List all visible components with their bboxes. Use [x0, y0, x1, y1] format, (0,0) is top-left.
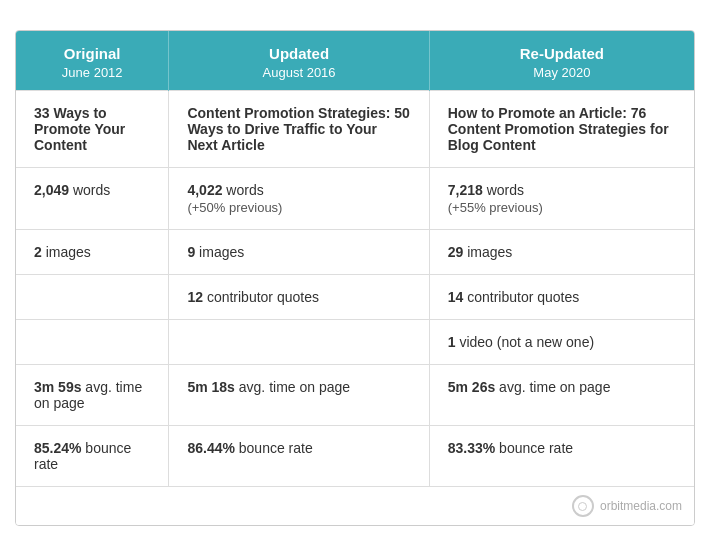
cell-bold: 29	[448, 244, 464, 260]
cell-bold: 3m 59s	[34, 379, 81, 395]
footer: orbitmedia.com	[16, 486, 694, 525]
cell-bold: 83.33%	[448, 440, 495, 456]
col-original-header: Original June 2012	[16, 31, 169, 91]
cell-bold: 85.24%	[34, 440, 81, 456]
orbit-brand: orbitmedia.com	[600, 499, 682, 513]
cell-row1-col3: 7,218 words(+55% previous)	[429, 168, 694, 230]
cell-subtext: (+50% previous)	[187, 200, 410, 215]
cell-bold: 12	[187, 289, 203, 305]
cell-bold: Content Promotion Strategies: 50 Ways to…	[187, 105, 409, 153]
cell-row5-col3: 5m 26s avg. time on page	[429, 365, 694, 426]
cell-row4-col1	[16, 320, 169, 365]
cell-row0-col1: 33 Ways to Promote Your Content	[16, 91, 169, 168]
cell-row3-col2: 12 contributor quotes	[169, 275, 429, 320]
cell-bold: 2	[34, 244, 42, 260]
cell-row3-col1	[16, 275, 169, 320]
cell-row4-col3: 1 video (not a new one)	[429, 320, 694, 365]
cell-row0-col3: How to Promote an Article: 76 Content Pr…	[429, 91, 694, 168]
col-original-label: Original	[64, 45, 121, 62]
cell-row2-col1: 2 images	[16, 230, 169, 275]
table-row: 85.24% bounce rate86.44% bounce rate83.3…	[16, 426, 694, 487]
table-row: 1 video (not a new one)	[16, 320, 694, 365]
comparison-table: Original June 2012 Updated August 2016 R…	[15, 30, 695, 526]
cell-bold: How to Promote an Article: 76 Content Pr…	[448, 105, 669, 153]
cell-row2-col2: 9 images	[169, 230, 429, 275]
cell-bold: 5m 18s	[187, 379, 234, 395]
cell-bold: 7,218	[448, 182, 483, 198]
col-reupdated-header: Re-Updated May 2020	[429, 31, 694, 91]
cell-row0-col2: Content Promotion Strategies: 50 Ways to…	[169, 91, 429, 168]
col-updated-label: Updated	[269, 45, 329, 62]
cell-row6-col2: 86.44% bounce rate	[169, 426, 429, 487]
cell-row5-col2: 5m 18s avg. time on page	[169, 365, 429, 426]
cell-bold: 2,049	[34, 182, 69, 198]
cell-row6-col3: 83.33% bounce rate	[429, 426, 694, 487]
table-row: 12 contributor quotes14 contributor quot…	[16, 275, 694, 320]
cell-bold: 1	[448, 334, 456, 350]
cell-row2-col3: 29 images	[429, 230, 694, 275]
table-row: 2,049 words4,022 words(+50% previous)7,2…	[16, 168, 694, 230]
cell-bold: 5m 26s	[448, 379, 495, 395]
cell-bold: 4,022	[187, 182, 222, 198]
cell-row1-col2: 4,022 words(+50% previous)	[169, 168, 429, 230]
orbit-logo: orbitmedia.com	[572, 495, 682, 517]
cell-bold: 33 Ways to Promote Your Content	[34, 105, 125, 153]
col-original-sublabel: June 2012	[32, 65, 152, 80]
cell-bold: 9	[187, 244, 195, 260]
cell-row5-col1: 3m 59s avg. time on page	[16, 365, 169, 426]
col-reupdated-sublabel: May 2020	[446, 65, 678, 80]
cell-row3-col3: 14 contributor quotes	[429, 275, 694, 320]
table-row: 3m 59s avg. time on page5m 18s avg. time…	[16, 365, 694, 426]
cell-subtext: (+55% previous)	[448, 200, 676, 215]
orbit-icon	[572, 495, 594, 517]
cell-bold: 14	[448, 289, 464, 305]
table-row: 2 images9 images29 images	[16, 230, 694, 275]
cell-row6-col1: 85.24% bounce rate	[16, 426, 169, 487]
table-row: 33 Ways to Promote Your ContentContent P…	[16, 91, 694, 168]
cell-bold: 86.44%	[187, 440, 234, 456]
cell-row4-col2	[169, 320, 429, 365]
col-reupdated-label: Re-Updated	[520, 45, 604, 62]
cell-row1-col1: 2,049 words	[16, 168, 169, 230]
col-updated-header: Updated August 2016	[169, 31, 429, 91]
col-updated-sublabel: August 2016	[185, 65, 412, 80]
